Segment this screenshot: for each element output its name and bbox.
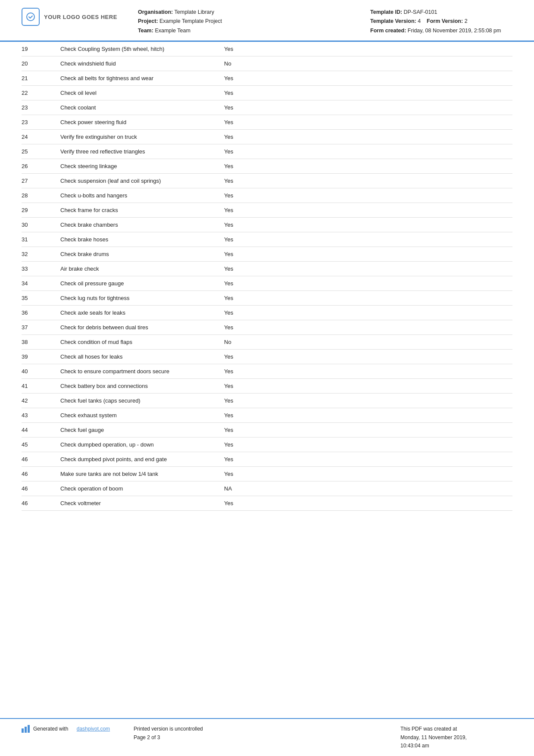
row-num: 23	[22, 100, 56, 115]
template-version-value: 4	[418, 18, 421, 24]
row-desc: Check dumpbed pivot points, and end gate	[56, 452, 220, 466]
row-notes	[272, 334, 512, 349]
row-num: 40	[22, 364, 56, 378]
row-num: 23	[22, 115, 56, 129]
bar3	[28, 725, 30, 733]
row-val: Yes	[220, 408, 272, 422]
row-desc: Check suspension (leaf and coil springs)	[56, 173, 220, 188]
footer-left: Generated with dashpivot.com	[22, 725, 116, 733]
row-desc: Check fuel tanks (caps secured)	[56, 393, 220, 408]
row-desc: Check windshield fluid	[56, 56, 220, 71]
row-val: Yes	[220, 364, 272, 378]
table-row: 28 Check u-bolts and hangers Yes	[22, 188, 512, 203]
row-num: 32	[22, 247, 56, 261]
row-val: Yes	[220, 232, 272, 247]
row-desc: Check condition of mud flaps	[56, 334, 220, 349]
row-notes	[272, 71, 512, 85]
row-notes	[272, 188, 512, 203]
row-val: Yes	[220, 466, 272, 481]
template-id-value: DP-SAF-0101	[404, 9, 437, 15]
footer-right: This PDF was created atMonday, 11 Novemb…	[400, 725, 512, 750]
row-notes	[272, 320, 512, 334]
row-num: 36	[22, 305, 56, 320]
row-val: Yes	[220, 100, 272, 115]
project-label: Project:	[138, 18, 158, 24]
table-row: 35 Check lug nuts for tightness Yes	[22, 291, 512, 305]
table-row: 19 Check Coupling System (5th wheel, hit…	[22, 42, 512, 56]
row-num: 30	[22, 217, 56, 232]
header: YOUR LOGO GOES HERE Organisation: Templa…	[0, 0, 534, 41]
row-desc: Check all hoses for leaks	[56, 349, 220, 364]
row-val: Yes	[220, 203, 272, 217]
row-val: Yes	[220, 276, 272, 291]
row-notes	[272, 452, 512, 466]
row-num: 38	[22, 334, 56, 349]
row-val: Yes	[220, 42, 272, 56]
row-val: Yes	[220, 129, 272, 144]
row-val: Yes	[220, 247, 272, 261]
project-value: Example Template Project	[159, 18, 222, 24]
dashpivot-link[interactable]: dashpivot.com	[77, 726, 110, 732]
table-row: 33 Air brake check Yes	[22, 261, 512, 276]
row-notes	[272, 349, 512, 364]
row-val: Yes	[220, 291, 272, 305]
header-right: Template ID: DP-SAF-0101 Template Versio…	[370, 8, 508, 35]
row-num: 21	[22, 71, 56, 85]
row-notes	[272, 129, 512, 144]
row-val: Yes	[220, 378, 272, 393]
table-row: 26 Check steering linkage Yes	[22, 159, 512, 173]
row-notes	[272, 291, 512, 305]
row-notes	[272, 276, 512, 291]
row-val: Yes	[220, 261, 272, 276]
row-val: Yes	[220, 115, 272, 129]
row-desc: Check power steering fluid	[56, 115, 220, 129]
bar2	[25, 727, 27, 733]
row-notes	[272, 247, 512, 261]
row-desc: Check fuel gauge	[56, 422, 220, 437]
row-desc: Check exhaust system	[56, 408, 220, 422]
row-desc: Air brake check	[56, 261, 220, 276]
row-val: Yes	[220, 173, 272, 188]
row-notes	[272, 100, 512, 115]
row-num: 28	[22, 188, 56, 203]
row-notes	[272, 115, 512, 129]
row-num: 42	[22, 393, 56, 408]
row-notes	[272, 42, 512, 56]
row-val: Yes	[220, 349, 272, 364]
row-num: 34	[22, 276, 56, 291]
row-notes	[272, 408, 512, 422]
row-desc: Check operation of boom	[56, 481, 220, 496]
table-row: 32 Check brake drums Yes	[22, 247, 512, 261]
row-num: 35	[22, 291, 56, 305]
row-val: Yes	[220, 217, 272, 232]
logo-area: YOUR LOGO GOES HERE	[22, 8, 125, 26]
table-row: 23 Check power steering fluid Yes	[22, 115, 512, 129]
table-row: 38 Check condition of mud flaps No	[22, 334, 512, 349]
row-notes	[272, 144, 512, 159]
row-num: 43	[22, 408, 56, 422]
row-desc: Check dumpbed operation, up - down	[56, 437, 220, 452]
row-desc: Check axle seals for leaks	[56, 305, 220, 320]
table-row: 44 Check fuel gauge Yes	[22, 422, 512, 437]
table-row: 43 Check exhaust system Yes	[22, 408, 512, 422]
row-num: 46	[22, 481, 56, 496]
table-row: 34 Check oil pressure gauge Yes	[22, 276, 512, 291]
row-notes	[272, 378, 512, 393]
table-row: 46 Check operation of boom NA	[22, 481, 512, 496]
row-desc: Check for debris between dual tires	[56, 320, 220, 334]
row-desc: Check to ensure compartment doors secure	[56, 364, 220, 378]
row-val: Yes	[220, 144, 272, 159]
row-num: 45	[22, 437, 56, 452]
form-version-label: Form Version:	[427, 18, 463, 24]
row-num: 46	[22, 452, 56, 466]
table-row: 36 Check axle seals for leaks Yes	[22, 305, 512, 320]
row-notes	[272, 159, 512, 173]
row-desc: Check oil level	[56, 85, 220, 100]
row-desc: Check brake chambers	[56, 217, 220, 232]
row-desc: Check all belts for tightness and wear	[56, 71, 220, 85]
table-row: 25 Verify three red reflective triangles…	[22, 144, 512, 159]
table-row: 27 Check suspension (leaf and coil sprin…	[22, 173, 512, 188]
row-notes	[272, 466, 512, 481]
table-row: 42 Check fuel tanks (caps secured) Yes	[22, 393, 512, 408]
row-desc: Check Coupling System (5th wheel, hitch)	[56, 42, 220, 56]
